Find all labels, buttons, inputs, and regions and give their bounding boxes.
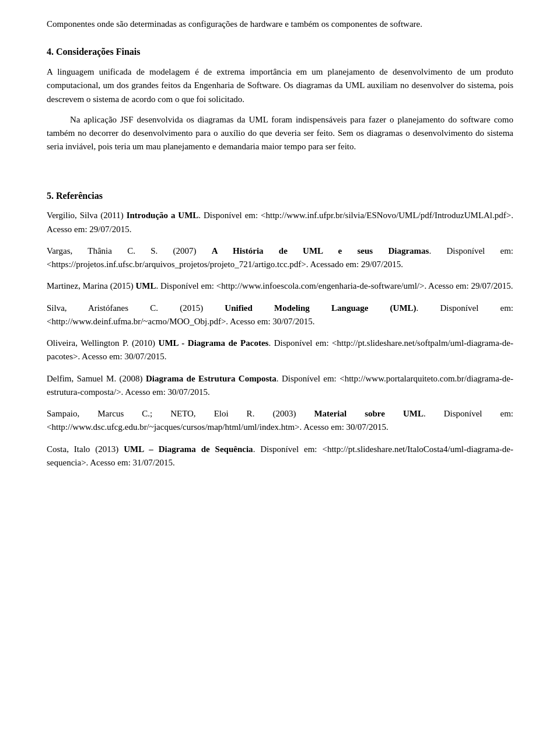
ref2-bold: A História de UML e seus Diagramas: [212, 246, 429, 255]
spacer-1: [47, 161, 513, 171]
ref7-bold: Material sobre UML: [314, 409, 424, 418]
ref3-bold: UML: [135, 281, 156, 290]
section-4-heading: 4. Considerações Finais: [47, 45, 513, 59]
ref8-normal: Costa, Italo (2013): [47, 444, 124, 454]
ref1-normal: Vergilio, Silva (2011): [47, 211, 127, 220]
reference-4: Silva, Aristófanes C. (2015) Unified Mod…: [47, 302, 513, 329]
reference-6: Delfim, Samuel M. (2008) Diagrama de Est…: [47, 372, 513, 400]
section-4-para1: A linguagem unificada de modelagem é de …: [47, 65, 513, 106]
ref6-normal: Delfim, Samuel M. (2008): [47, 374, 146, 383]
ref3-after: . Disponível em: <http://www.infoescola.…: [156, 281, 513, 290]
ref3-normal: Martinez, Marina (2015): [47, 281, 135, 290]
reference-1: Vergilio, Silva (2011) Introdução a UML.…: [47, 209, 513, 236]
reference-2: Vargas, Thânia C. S. (2007) A História d…: [47, 244, 513, 272]
ref5-bold: UML - Diagrama de Pacotes: [159, 338, 269, 348]
section-4-para2: Na aplicação JSF desenvolvida os diagram…: [47, 113, 513, 154]
reference-7: Sampaio, Marcus C.; NETO, Eloi R. (2003)…: [47, 407, 513, 435]
intro-paragraph: Componentes onde são determinadas as con…: [47, 17, 513, 31]
ref1-bold: Introdução a UML: [127, 211, 199, 220]
ref7-normal: Sampaio, Marcus C.; NETO, Eloi R. (2003): [47, 409, 314, 418]
reference-3: Martinez, Marina (2015) UML. Disponível …: [47, 279, 513, 293]
section-5: 5. Referências Vergilio, Silva (2011) In…: [47, 189, 513, 470]
section-5-heading: 5. Referências: [47, 189, 513, 204]
section-4: 4. Considerações Finais A linguagem unif…: [47, 45, 513, 153]
ref4-bold: Unified Modeling Language (UML): [225, 303, 416, 313]
reference-8: Costa, Italo (2013) UML – Diagrama de Se…: [47, 443, 513, 470]
ref2-normal: Vargas, Thânia C. S. (2007): [47, 246, 212, 255]
reference-5: Oliveira, Wellington P. (2010) UML - Dia…: [47, 337, 513, 364]
ref8-bold: UML – Diagrama de Sequência: [124, 444, 253, 454]
intro-text: Componentes onde são determinadas as con…: [47, 17, 513, 31]
ref4-normal: Silva, Aristófanes C. (2015): [47, 303, 225, 313]
ref5-normal: Oliveira, Wellington P. (2010): [47, 338, 159, 348]
ref6-bold: Diagrama de Estrutura Composta: [146, 374, 276, 383]
